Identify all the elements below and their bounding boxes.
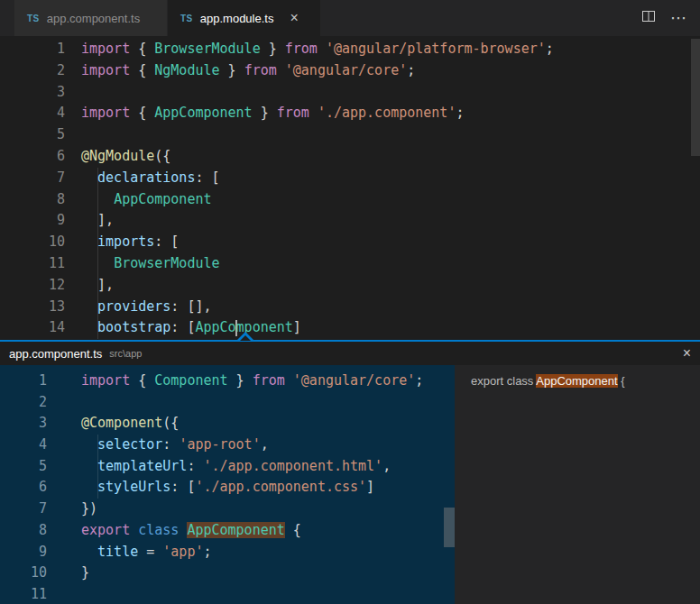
line-number[interactable]: 9 <box>0 542 47 563</box>
code-line[interactable]: 10} <box>0 563 455 584</box>
split-editor-icon[interactable] <box>641 9 656 27</box>
code-content: title = 'app'; <box>47 542 212 563</box>
code-line[interactable]: 5 templateUrl: './app.component.html', <box>0 456 455 478</box>
close-icon[interactable]: × <box>290 11 298 25</box>
tab-app.module.ts[interactable]: TSapp.module.ts× <box>168 0 321 36</box>
code-content: imports: [ <box>65 232 179 253</box>
code-line[interactable]: 5 <box>0 124 700 146</box>
code-content: providers: [], <box>65 297 212 318</box>
code-line[interactable]: 12 ], <box>0 275 700 297</box>
line-number[interactable]: 3 <box>0 413 47 435</box>
line-number[interactable]: 10 <box>0 232 65 253</box>
line-number[interactable]: 2 <box>0 60 65 82</box>
vertical-scrollbar[interactable] <box>444 508 455 547</box>
line-number[interactable]: 4 <box>0 103 65 124</box>
code-content: import { BrowserModule } from '@angular/… <box>65 39 554 60</box>
code-line[interactable]: 4 selector: 'app-root', <box>0 435 455 456</box>
line-number[interactable]: 6 <box>0 146 65 168</box>
code-line[interactable]: 1import { Component } from '@angular/cor… <box>0 371 455 392</box>
code-line[interactable]: 13 providers: [], <box>0 297 700 318</box>
peek-title: app.component.ts <box>9 347 102 361</box>
code-line[interactable]: 10 imports: [ <box>0 232 700 253</box>
code-area[interactable]: 1import { BrowserModule } from '@angular… <box>0 39 700 339</box>
close-icon[interactable]: × <box>683 346 691 361</box>
code-content: ], <box>65 275 114 297</box>
code-line[interactable]: 8 AppComponent <box>0 189 700 211</box>
peek-definition-window: app.component.ts src\app × 1import { Com… <box>0 340 700 604</box>
peek-arrow-fill <box>240 335 251 341</box>
line-number[interactable]: 3 <box>0 82 65 104</box>
peek-results-list: export class AppComponent { <box>455 365 700 604</box>
code-content: templateUrl: './app.component.html', <box>47 456 391 478</box>
vertical-scrollbar[interactable] <box>691 39 700 156</box>
code-line[interactable]: 9 title = 'app'; <box>0 542 455 563</box>
code-content: ], <box>65 210 114 232</box>
peek-code-area[interactable]: 1import { Component } from '@angular/cor… <box>0 371 455 604</box>
peek-result-item[interactable]: export class AppComponent { <box>455 371 700 392</box>
line-number[interactable]: 1 <box>0 371 47 392</box>
line-number[interactable]: 13 <box>0 297 65 318</box>
line-number[interactable]: 12 <box>0 275 65 297</box>
code-line[interactable]: 7 declarations: [ <box>0 168 700 189</box>
line-number[interactable]: 9 <box>0 210 65 232</box>
peek-path: src\app <box>109 348 142 359</box>
line-number[interactable]: 2 <box>0 392 47 414</box>
more-actions-icon[interactable]: ⋯ <box>670 8 687 28</box>
tab-bar: TSapp.component.tsTSapp.module.ts× ⋯ <box>0 0 700 36</box>
code-line[interactable]: 14 bootstrap: [AppComponent] <box>0 317 700 339</box>
code-content: bootstrap: [AppComponent] <box>65 317 301 339</box>
tabs-container: TSapp.component.tsTSapp.module.ts× <box>14 0 321 36</box>
editor-actions: ⋯ <box>641 0 700 36</box>
code-line[interactable]: 4import { AppComponent } from './app.com… <box>0 103 700 124</box>
code-line[interactable]: 3 <box>0 82 700 104</box>
code-content <box>47 392 81 414</box>
code-line[interactable]: 2 <box>0 392 455 414</box>
tab-label: app.module.ts <box>200 12 274 25</box>
line-number[interactable]: 11 <box>0 584 47 604</box>
peek-body: 1import { Component } from '@angular/cor… <box>0 365 700 604</box>
tab-app.component.ts[interactable]: TSapp.component.ts <box>14 0 168 36</box>
tab-label: app.component.ts <box>47 12 140 25</box>
code-line[interactable]: 6 styleUrls: ['./app.component.css'] <box>0 477 455 499</box>
line-number[interactable]: 4 <box>0 435 47 456</box>
code-line[interactable]: 6@NgModule({ <box>0 146 700 168</box>
code-content <box>47 584 81 604</box>
code-line[interactable]: 7}) <box>0 499 455 520</box>
line-number[interactable]: 7 <box>0 499 47 520</box>
code-content: AppComponent <box>65 189 212 211</box>
code-content: import { NgModule } from '@angular/core'… <box>65 60 415 82</box>
line-number[interactable]: 8 <box>0 189 65 211</box>
code-content: export class AppComponent { <box>47 520 301 542</box>
code-content: declarations: [ <box>65 168 220 189</box>
editor-app-module[interactable]: 1import { BrowserModule } from '@angular… <box>0 36 700 340</box>
code-content: import { AppComponent } from './app.comp… <box>65 103 464 124</box>
code-content: @NgModule({ <box>65 146 170 168</box>
code-line[interactable]: 8export class AppComponent { <box>0 520 455 542</box>
code-content: BrowserModule <box>65 253 220 275</box>
line-number[interactable]: 5 <box>0 456 47 478</box>
code-content: styleUrls: ['./app.component.css'] <box>47 477 374 499</box>
code-line[interactable]: 9 ], <box>0 210 700 232</box>
line-number[interactable]: 11 <box>0 253 65 275</box>
code-content: } <box>47 563 89 584</box>
line-number[interactable]: 14 <box>0 317 65 339</box>
ts-icon: TS <box>180 14 193 23</box>
line-number[interactable]: 8 <box>0 520 47 542</box>
line-number[interactable]: 6 <box>0 477 47 499</box>
code-line[interactable]: 11 BrowserModule <box>0 253 700 275</box>
line-number[interactable]: 10 <box>0 563 47 584</box>
line-number[interactable]: 5 <box>0 124 65 146</box>
code-content: @Component({ <box>47 413 179 435</box>
line-number[interactable]: 7 <box>0 168 65 189</box>
code-line[interactable]: 3@Component({ <box>0 413 455 435</box>
peek-editor[interactable]: 1import { Component } from '@angular/cor… <box>0 365 455 604</box>
indent-guide <box>97 168 98 339</box>
peek-header: app.component.ts src\app × <box>0 342 700 365</box>
code-content <box>65 124 81 146</box>
line-number[interactable]: 1 <box>0 39 65 60</box>
code-line[interactable]: 2import { NgModule } from '@angular/core… <box>0 60 700 82</box>
code-line[interactable]: 11 <box>0 584 455 604</box>
code-content: import { Component } from '@angular/core… <box>47 371 423 392</box>
code-line[interactable]: 1import { BrowserModule } from '@angular… <box>0 39 700 60</box>
ts-icon: TS <box>27 14 40 23</box>
